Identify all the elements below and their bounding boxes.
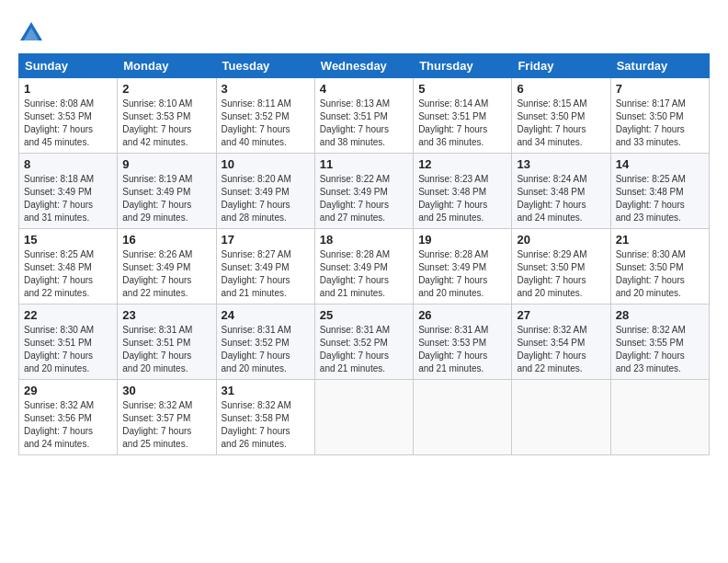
- weekday-header-row: SundayMondayTuesdayWednesdayThursdayFrid…: [19, 54, 710, 78]
- weekday-header-sunday: Sunday: [19, 54, 118, 78]
- cell-info: Sunrise: 8:32 AM Sunset: 3:56 PM Dayligh…: [24, 399, 112, 451]
- cell-info: Sunrise: 8:30 AM Sunset: 3:50 PM Dayligh…: [616, 248, 704, 300]
- calendar-cell: 8Sunrise: 8:18 AM Sunset: 3:49 PM Daylig…: [19, 154, 118, 229]
- cell-info: Sunrise: 8:32 AM Sunset: 3:55 PM Dayligh…: [616, 324, 704, 375]
- calendar-cell: 25Sunrise: 8:31 AM Sunset: 3:52 PM Dayli…: [314, 304, 413, 380]
- calendar-cell: 15Sunrise: 8:25 AM Sunset: 3:48 PM Dayli…: [19, 229, 118, 304]
- day-number: 6: [517, 82, 605, 96]
- header: [18, 17, 710, 46]
- cell-info: Sunrise: 8:18 AM Sunset: 3:49 PM Dayligh…: [24, 173, 112, 224]
- calendar-cell: 19Sunrise: 8:28 AM Sunset: 3:49 PM Dayli…: [414, 229, 512, 304]
- day-number: 24: [222, 308, 310, 322]
- cell-info: Sunrise: 8:28 AM Sunset: 3:49 PM Dayligh…: [418, 248, 506, 300]
- cell-info: Sunrise: 8:13 AM Sunset: 3:51 PM Dayligh…: [320, 98, 408, 149]
- day-number: 15: [24, 233, 112, 247]
- calendar-cell: 17Sunrise: 8:27 AM Sunset: 3:49 PM Dayli…: [216, 229, 314, 304]
- calendar-cell: [414, 380, 512, 455]
- calendar-cell: 4Sunrise: 8:13 AM Sunset: 3:51 PM Daylig…: [314, 78, 413, 154]
- day-number: 19: [418, 233, 506, 247]
- day-number: 14: [616, 157, 704, 171]
- calendar-cell: 7Sunrise: 8:17 AM Sunset: 3:50 PM Daylig…: [610, 78, 709, 154]
- calendar-cell: 1Sunrise: 8:08 AM Sunset: 3:53 PM Daylig…: [19, 78, 118, 154]
- calendar-cell: 31Sunrise: 8:32 AM Sunset: 3:58 PM Dayli…: [216, 380, 314, 455]
- calendar-cell: 16Sunrise: 8:26 AM Sunset: 3:49 PM Dayli…: [118, 229, 216, 304]
- calendar-cell: 5Sunrise: 8:14 AM Sunset: 3:51 PM Daylig…: [414, 78, 512, 154]
- day-number: 28: [616, 308, 704, 322]
- calendar-cell: 26Sunrise: 8:31 AM Sunset: 3:53 PM Dayli…: [414, 304, 512, 380]
- calendar-cell: [512, 380, 610, 455]
- calendar-cell: 13Sunrise: 8:24 AM Sunset: 3:48 PM Dayli…: [512, 154, 610, 229]
- cell-info: Sunrise: 8:23 AM Sunset: 3:48 PM Dayligh…: [418, 173, 506, 224]
- cell-info: Sunrise: 8:17 AM Sunset: 3:50 PM Dayligh…: [616, 98, 704, 149]
- day-number: 25: [320, 308, 408, 322]
- logo-icon: [18, 20, 44, 46]
- calendar-cell: [610, 380, 709, 455]
- day-number: 21: [616, 233, 704, 247]
- cell-info: Sunrise: 8:24 AM Sunset: 3:48 PM Dayligh…: [517, 173, 605, 224]
- calendar-cell: 12Sunrise: 8:23 AM Sunset: 3:48 PM Dayli…: [414, 154, 512, 229]
- calendar-cell: 11Sunrise: 8:22 AM Sunset: 3:49 PM Dayli…: [314, 154, 413, 229]
- calendar-cell: 29Sunrise: 8:32 AM Sunset: 3:56 PM Dayli…: [19, 380, 118, 455]
- day-number: 1: [24, 82, 112, 96]
- cell-info: Sunrise: 8:25 AM Sunset: 3:48 PM Dayligh…: [24, 248, 112, 300]
- cell-info: Sunrise: 8:28 AM Sunset: 3:49 PM Dayligh…: [320, 248, 408, 300]
- day-number: 12: [418, 157, 506, 171]
- calendar-cell: 6Sunrise: 8:15 AM Sunset: 3:50 PM Daylig…: [512, 78, 610, 154]
- week-row-3: 15Sunrise: 8:25 AM Sunset: 3:48 PM Dayli…: [19, 229, 710, 304]
- day-number: 17: [222, 233, 310, 247]
- day-number: 13: [517, 157, 605, 171]
- calendar-cell: 30Sunrise: 8:32 AM Sunset: 3:57 PM Dayli…: [118, 380, 216, 455]
- day-number: 16: [122, 233, 210, 247]
- day-number: 8: [24, 157, 112, 171]
- calendar-cell: 9Sunrise: 8:19 AM Sunset: 3:49 PM Daylig…: [118, 154, 216, 229]
- calendar-cell: 3Sunrise: 8:11 AM Sunset: 3:52 PM Daylig…: [216, 78, 314, 154]
- calendar-cell: 20Sunrise: 8:29 AM Sunset: 3:50 PM Dayli…: [512, 229, 610, 304]
- cell-info: Sunrise: 8:32 AM Sunset: 3:58 PM Dayligh…: [222, 399, 310, 451]
- week-row-1: 1Sunrise: 8:08 AM Sunset: 3:53 PM Daylig…: [19, 78, 710, 154]
- day-number: 5: [418, 82, 506, 96]
- cell-info: Sunrise: 8:11 AM Sunset: 3:52 PM Dayligh…: [222, 98, 310, 149]
- day-number: 2: [122, 82, 210, 96]
- cell-info: Sunrise: 8:27 AM Sunset: 3:49 PM Dayligh…: [222, 248, 310, 300]
- weekday-header-monday: Monday: [118, 54, 216, 78]
- cell-info: Sunrise: 8:31 AM Sunset: 3:52 PM Dayligh…: [222, 324, 310, 375]
- weekday-header-tuesday: Tuesday: [216, 54, 314, 78]
- cell-info: Sunrise: 8:31 AM Sunset: 3:51 PM Dayligh…: [122, 324, 210, 375]
- calendar-cell: 22Sunrise: 8:30 AM Sunset: 3:51 PM Dayli…: [19, 304, 118, 380]
- cell-info: Sunrise: 8:30 AM Sunset: 3:51 PM Dayligh…: [24, 324, 112, 375]
- day-number: 31: [222, 384, 310, 397]
- cell-info: Sunrise: 8:20 AM Sunset: 3:49 PM Dayligh…: [222, 173, 310, 224]
- day-number: 27: [517, 308, 605, 322]
- cell-info: Sunrise: 8:08 AM Sunset: 3:53 PM Dayligh…: [24, 98, 112, 149]
- cell-info: Sunrise: 8:25 AM Sunset: 3:48 PM Dayligh…: [616, 173, 704, 224]
- day-number: 18: [320, 233, 408, 247]
- calendar-cell: 14Sunrise: 8:25 AM Sunset: 3:48 PM Dayli…: [610, 154, 709, 229]
- weekday-header-saturday: Saturday: [610, 54, 709, 78]
- calendar-table: SundayMondayTuesdayWednesdayThursdayFrid…: [18, 53, 710, 455]
- day-number: 9: [122, 157, 210, 171]
- calendar-cell: 18Sunrise: 8:28 AM Sunset: 3:49 PM Dayli…: [314, 229, 413, 304]
- day-number: 23: [122, 308, 210, 322]
- week-row-4: 22Sunrise: 8:30 AM Sunset: 3:51 PM Dayli…: [19, 304, 710, 380]
- logo: [18, 20, 46, 46]
- week-row-2: 8Sunrise: 8:18 AM Sunset: 3:49 PM Daylig…: [19, 154, 710, 229]
- day-number: 11: [320, 157, 408, 171]
- day-number: 29: [24, 384, 112, 397]
- weekday-header-thursday: Thursday: [414, 54, 512, 78]
- day-number: 7: [616, 82, 704, 96]
- cell-info: Sunrise: 8:15 AM Sunset: 3:50 PM Dayligh…: [517, 98, 605, 149]
- cell-info: Sunrise: 8:31 AM Sunset: 3:52 PM Dayligh…: [320, 324, 408, 375]
- cell-info: Sunrise: 8:32 AM Sunset: 3:57 PM Dayligh…: [122, 399, 210, 451]
- calendar-cell: 27Sunrise: 8:32 AM Sunset: 3:54 PM Dayli…: [512, 304, 610, 380]
- day-number: 4: [320, 82, 408, 96]
- weekday-header-wednesday: Wednesday: [314, 54, 413, 78]
- day-number: 26: [418, 308, 506, 322]
- cell-info: Sunrise: 8:19 AM Sunset: 3:49 PM Dayligh…: [122, 173, 210, 224]
- cell-info: Sunrise: 8:22 AM Sunset: 3:49 PM Dayligh…: [320, 173, 408, 224]
- cell-info: Sunrise: 8:26 AM Sunset: 3:49 PM Dayligh…: [122, 248, 210, 300]
- day-number: 20: [517, 233, 605, 247]
- calendar-cell: 10Sunrise: 8:20 AM Sunset: 3:49 PM Dayli…: [216, 154, 314, 229]
- day-number: 10: [222, 157, 310, 171]
- cell-info: Sunrise: 8:14 AM Sunset: 3:51 PM Dayligh…: [418, 98, 506, 149]
- cell-info: Sunrise: 8:10 AM Sunset: 3:53 PM Dayligh…: [122, 98, 210, 149]
